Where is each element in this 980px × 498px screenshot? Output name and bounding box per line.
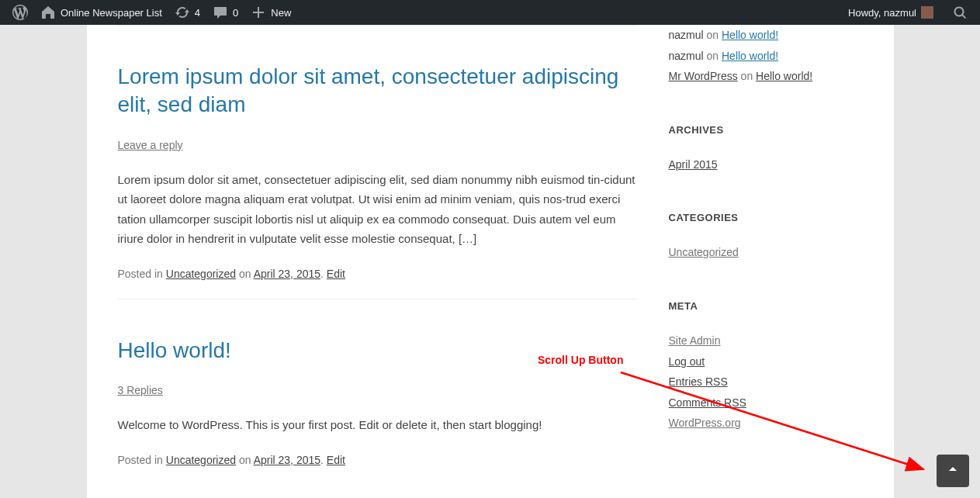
- category-link[interactable]: Uncategorized: [166, 454, 236, 466]
- comment-post-link[interactable]: Hello world!: [756, 70, 812, 82]
- plus-icon: [251, 5, 266, 20]
- comment-author-link[interactable]: Mr WordPress: [669, 70, 738, 82]
- separator: .: [320, 268, 327, 280]
- update-icon: [175, 5, 190, 20]
- post-meta: Posted in Uncategorized on April 23, 201…: [118, 454, 638, 466]
- widget-title: ARCHIVES: [669, 124, 863, 136]
- wp-logo-menu[interactable]: [6, 0, 34, 25]
- page-container: Lorem ipsum dolor sit amet, consectetuer…: [87, 25, 894, 498]
- new-label: New: [271, 7, 291, 19]
- post-title-link[interactable]: Lorem ipsum dolor sit amet, consectetuer…: [118, 64, 619, 116]
- site-name-menu[interactable]: Online Newspaper List: [34, 0, 168, 25]
- logout-link[interactable]: Log out: [669, 355, 705, 368]
- post-article: Hello world! 3 Replies Welcome to WordPr…: [118, 299, 638, 466]
- site-admin-link[interactable]: Site Admin: [669, 334, 721, 347]
- list-item: Comments RSS: [669, 393, 863, 413]
- home-icon: [40, 5, 56, 20]
- list-item: April 2015: [669, 154, 863, 175]
- comment-post-link[interactable]: Hello world!: [722, 29, 778, 41]
- comment-icon: [213, 5, 228, 20]
- recent-comments-widget: nazmul on Hello world! nazmul on Hello w…: [669, 25, 863, 87]
- comments-menu[interactable]: 0: [206, 0, 244, 25]
- comment-post-link[interactable]: Hello world!: [722, 50, 778, 62]
- post-article: Lorem ipsum dolor sit amet, consectetuer…: [118, 26, 638, 280]
- comment-item: nazmul on Hello world!: [669, 25, 863, 46]
- scroll-up-button[interactable]: [937, 455, 969, 487]
- post-title: Lorem ipsum dolor sit amet, consectetuer…: [118, 63, 638, 119]
- widget-title: META: [669, 300, 863, 312]
- on-text: on: [704, 50, 722, 62]
- comment-author: nazmul: [669, 50, 704, 62]
- search-toggle[interactable]: [946, 0, 974, 25]
- comments-count: 0: [233, 7, 238, 19]
- list-item: Log out: [669, 351, 863, 372]
- comments-rss-link[interactable]: Comments RSS: [669, 396, 746, 409]
- updates-count: 4: [195, 7, 200, 19]
- updates-menu[interactable]: 4: [168, 0, 206, 25]
- my-account-menu[interactable]: Howdy, nazmul: [842, 0, 940, 25]
- new-content-menu[interactable]: New: [244, 0, 297, 25]
- posted-in-label: Posted in: [118, 268, 166, 280]
- replies-link[interactable]: 3 Replies: [118, 384, 163, 396]
- list-item: Uncategorized: [669, 242, 863, 263]
- post-title: Hello world!: [118, 337, 638, 365]
- search-icon: [952, 5, 968, 20]
- wordpress-icon: [12, 5, 28, 20]
- category-link[interactable]: Uncategorized: [669, 246, 739, 258]
- post-title-link[interactable]: Hello world!: [118, 338, 231, 362]
- leave-reply-link[interactable]: Leave a reply: [118, 139, 183, 151]
- separator: .: [320, 454, 327, 466]
- widget-title: CATEGORIES: [669, 212, 863, 223]
- list-item: Site Admin: [669, 330, 863, 351]
- admin-bar: Online Newspaper List 4 0 New Howdy, naz…: [0, 0, 980, 25]
- comment-item: nazmul on Hello world!: [669, 46, 863, 67]
- post-meta: Posted in Uncategorized on April 23, 201…: [118, 268, 638, 280]
- wordpress-org-link[interactable]: WordPress.org: [669, 417, 741, 429]
- category-link[interactable]: Uncategorized: [166, 268, 236, 280]
- edit-link[interactable]: Edit: [327, 268, 345, 280]
- comment-item: Mr WordPress on Hello world!: [669, 66, 863, 87]
- archive-link[interactable]: April 2015: [669, 158, 718, 171]
- list-item: Entries RSS: [669, 372, 863, 393]
- on-label: on: [236, 268, 254, 280]
- date-link[interactable]: April 23, 2015: [254, 454, 320, 466]
- avatar: [921, 6, 933, 19]
- meta-widget: META Site Admin Log out Entries RSS Comm…: [669, 300, 863, 434]
- posted-in-label: Posted in: [118, 454, 166, 466]
- site-title: Online Newspaper List: [61, 7, 162, 19]
- on-label: on: [236, 454, 254, 466]
- post-body: Lorem ipsum dolor sit amet, consectetuer…: [118, 170, 638, 249]
- on-text: on: [738, 70, 756, 82]
- sidebar: nazmul on Hello world! nazmul on Hello w…: [669, 25, 894, 498]
- categories-widget: CATEGORIES Uncategorized: [669, 212, 863, 263]
- howdy-text: Howdy, nazmul: [848, 7, 916, 19]
- edit-link[interactable]: Edit: [327, 454, 345, 466]
- date-link[interactable]: April 23, 2015: [254, 268, 320, 280]
- main-content: Lorem ipsum dolor sit amet, consectetuer…: [87, 25, 669, 498]
- archives-widget: ARCHIVES April 2015: [669, 124, 863, 175]
- on-text: on: [704, 29, 722, 41]
- chevron-up-icon: [944, 460, 962, 482]
- post-body: Welcome to WordPress. This is your first…: [118, 415, 638, 435]
- entries-rss-link[interactable]: Entries RSS: [669, 375, 728, 388]
- list-item: WordPress.org: [669, 413, 863, 434]
- comment-author: nazmul: [669, 29, 704, 41]
